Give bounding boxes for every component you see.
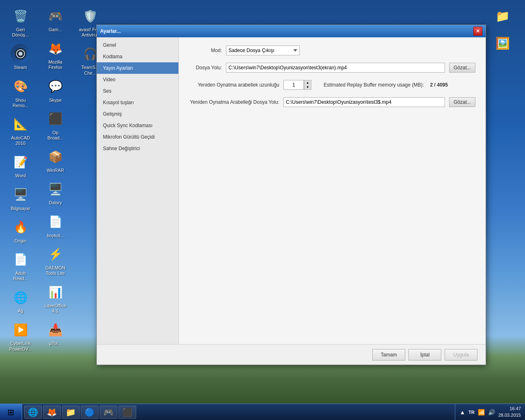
autocad-icon: 📐 <box>11 114 30 134</box>
desktop-icon-cyberlink[interactable]: ▶️ CyberLinkPowerDV... <box>4 318 37 354</box>
desktop-icon-steam[interactable]: Steam <box>4 42 37 72</box>
desktop-icon-dxtory[interactable]: 🖥️ Dxtory <box>39 177 72 208</box>
mod-select[interactable]: Sadece Dosya Çıkışı Yayın Her İkisi <box>226 46 300 55</box>
dialog-nav: Genel Kodlama Yayın Ayarları Video Ses K… <box>97 37 179 344</box>
origin-label: Origin <box>14 238 26 244</box>
nav-item-video[interactable]: Video <box>97 74 178 85</box>
photo-icon: 🖼️ <box>493 33 512 53</box>
desktop-icon-network[interactable]: 🌐 Ağ <box>4 285 37 316</box>
gozat1-button[interactable]: Gözat... <box>449 63 475 73</box>
ie-icon: 🌐 <box>28 407 38 417</box>
nav-item-ses[interactable]: Ses <box>97 85 178 97</box>
dosya-yolu-label: Dosya Yolu: <box>189 65 222 71</box>
nav-item-yayin[interactable]: Yayın Ayarları <box>97 62 178 74</box>
start-button[interactable]: ⊞ <box>0 404 22 420</box>
tamam-button[interactable]: Tamam <box>372 349 405 361</box>
computer-label: Bilgisayar <box>11 206 30 211</box>
desktop-icon-photo[interactable]: 🖼️ <box>486 31 519 56</box>
nav-item-gelismis[interactable]: Gelişmiş <box>97 108 178 120</box>
settings-dialog: Ayarlar... ✕ Genel Kodlama Yayın Ayarlar… <box>96 25 486 365</box>
desktop-icon-origin[interactable]: 🔥 Origin <box>4 215 37 246</box>
taskbar-ie[interactable]: 🌐 <box>24 406 42 419</box>
tray-arrow[interactable]: ▲ <box>459 409 465 415</box>
adobe-label: AdobRead... <box>13 271 27 281</box>
firefox-icon: 🦊 <box>46 39 65 58</box>
desktop-icon-recycle[interactable]: 🗑️ GeriDönüş... <box>4 4 37 40</box>
dialog-content: Mod: Sadece Dosya Çıkışı Yayın Her İkisi… <box>179 37 486 344</box>
tray-lang[interactable]: TR <box>468 410 475 415</box>
tray-network-icon[interactable]: 📶 <box>478 409 485 415</box>
dialog-footer: Tamam İptal Uygula <box>97 344 486 365</box>
replay-path-row: Yeniden Oynatma Arabelleği Dosya Yolu: G… <box>189 97 475 107</box>
winrar-label: WinRAR <box>47 168 64 173</box>
showremote-label: ShouRemo... <box>13 98 29 108</box>
tray-volume-icon[interactable]: 🔊 <box>488 409 495 415</box>
desktop-icon-skype[interactable]: 💬 Skype <box>39 75 72 105</box>
iptal-button[interactable]: İptal <box>409 349 441 361</box>
nav-item-genel[interactable]: Genel <box>97 39 178 51</box>
desktop-icon-daemon[interactable]: ⚡ DAEMONTools Lite <box>39 242 72 278</box>
desktop: 🗑️ GeriDönüş... Steam 🎨 ShouRemo... 📐 Au… <box>0 0 525 420</box>
folder-icon: 📁 <box>493 6 512 26</box>
taskbar-firefox[interactable]: 🦊 <box>43 406 61 419</box>
cyberlink-icon: ▶️ <box>11 320 30 340</box>
desktop-icon-folder[interactable]: 📁 <box>486 4 519 29</box>
taskbar-explorer[interactable]: 📁 <box>62 406 80 419</box>
taskbar-steam[interactable]: 🎮 <box>100 406 117 419</box>
desktop-icon-libreoffice[interactable]: 📊 LibreOffice4.1 <box>39 280 72 316</box>
taskbar-items: 🌐 🦊 📁 🔵 🎮 ⬛ <box>22 404 455 420</box>
replay-dosya-input[interactable] <box>283 97 445 107</box>
dialog-titlebar: Ayarlar... ✕ <box>97 25 486 37</box>
nav-item-sahne[interactable]: Sahne Değiştirici <box>97 143 178 154</box>
avast-icon: 🛡️ <box>80 6 100 26</box>
dosya-yolu-input[interactable] <box>226 63 445 73</box>
desktop-icon-adobe[interactable]: 📄 AdobRead... <box>4 248 37 283</box>
dialog-title: Ayarlar... <box>100 28 121 34</box>
game-label: Gam... <box>48 27 62 32</box>
daemon-icon: ⚡ <box>46 244 65 264</box>
taskbar-chrome[interactable]: 🔵 <box>81 406 98 419</box>
steam-icon <box>11 44 30 64</box>
firefox-taskbar-icon: 🦊 <box>47 407 57 417</box>
desktop-icon-winrar[interactable]: 📦 WinRAR <box>39 145 72 175</box>
dialog-close-button[interactable]: ✕ <box>473 27 482 36</box>
gozat2-button[interactable]: Gözat... <box>449 97 475 107</box>
nav-item-mikrofon[interactable]: Mikrofon Gürültü Geçidi <box>97 131 178 143</box>
taskbar-obs[interactable]: ⬛ <box>119 406 136 419</box>
tray-date: 28.03.2015 <box>498 412 521 418</box>
start-icon: ⊞ <box>7 407 14 417</box>
showremote-icon: 🎨 <box>11 77 30 96</box>
desktop-icon-computer[interactable]: 🖥️ Bilgisayar <box>4 183 37 213</box>
desktop-icon-showremote[interactable]: 🎨 ShouRemo... <box>4 75 37 110</box>
libreoffice-label: LibreOffice4.1 <box>45 303 66 314</box>
network-icon: 🌐 <box>11 288 30 307</box>
desktop-icon-obs[interactable]: ⬛ OpBroad... <box>39 107 72 143</box>
dosya-yolu-row: Dosya Yolu: Gözat... <box>189 63 475 73</box>
tray-clock[interactable]: 16:47 28.03.2015 <box>498 406 521 418</box>
desktop-icons-left: 🗑️ GeriDönüş... Steam 🎨 ShouRemo... 📐 Au… <box>4 4 94 357</box>
libreoffice-icon: 📊 <box>46 282 65 302</box>
replay-row: Yeniden Oynatma arabellek uzunluğu ▲ ▼ E… <box>189 80 475 90</box>
spinner-up[interactable]: ▲ <box>304 80 311 85</box>
boykot-label: boykot... <box>47 233 64 238</box>
word-label: Word <box>15 173 26 178</box>
recycle-icon: 🗑️ <box>11 6 30 26</box>
nav-item-kisayol[interactable]: Kısayol tuşları <box>97 97 178 108</box>
desktop-icon-autocad[interactable]: 📐 AutoCAD2010 <box>4 112 37 148</box>
replay-input[interactable] <box>283 80 304 90</box>
dxtory-icon: 🖥️ <box>46 179 65 199</box>
spinner-down[interactable]: ▼ <box>304 85 311 89</box>
obs-label: OpBroad... <box>48 130 64 141</box>
desktop-icon-utorrent[interactable]: 📥 μTor... <box>39 318 72 348</box>
desktop-icon-boykot[interactable]: 📄 boykot... <box>39 210 72 240</box>
memory-label: Estimated Replay Buffer memory usage (MB… <box>324 82 424 88</box>
desktop-icon-firefox[interactable]: 🦊 MozillaFirefox <box>39 37 72 72</box>
desktop-icon-word[interactable]: 📝 Word <box>4 150 37 180</box>
desktop-icon-game[interactable]: 🎮 Gam... <box>39 4 72 34</box>
winrar-icon: 📦 <box>46 147 65 167</box>
nav-item-kodlama[interactable]: Kodlama <box>97 51 178 62</box>
game-icon: 🎮 <box>46 6 65 26</box>
uygula-button[interactable]: Uygula <box>445 349 477 361</box>
nav-item-quicksync[interactable]: Quick Sync Kodlaması <box>97 120 178 131</box>
boykot-icon: 📄 <box>46 212 65 232</box>
